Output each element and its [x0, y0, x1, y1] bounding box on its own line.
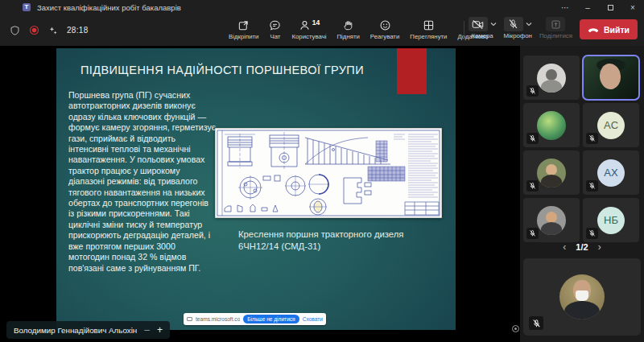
participants-count-badge: 14	[312, 19, 320, 27]
unpin-icon	[237, 19, 250, 31]
share-label: Поділитися	[539, 32, 572, 39]
participant-tile[interactable]	[523, 103, 580, 147]
mic-chevron-down-icon[interactable]	[526, 22, 532, 27]
shared-screen-stage: ПІДВИЩЕННЯ НАДІЙНОСТІ ПОРШНЕВОЇ ГРУПИ По…	[0, 46, 520, 342]
participants-button[interactable]: 14 Користувачі	[291, 18, 326, 40]
participant-tile[interactable]	[523, 198, 580, 242]
mic-muted-badge	[526, 85, 539, 97]
mic-label: Мікрофон	[504, 32, 532, 39]
avatar	[537, 159, 566, 187]
mic-toggle[interactable]	[504, 17, 523, 31]
zoom-out-button[interactable]: –	[144, 324, 150, 336]
mic-muted-badge	[586, 180, 598, 192]
toolbar-center-buttons: Відкріпити Чат 14 Користувачі Підняти Ре…	[229, 18, 489, 40]
screen-share-banner: teams.microsoft.com має доступ до вашого…	[184, 313, 326, 325]
avatar	[537, 206, 566, 235]
page-indicator: 1/2	[576, 242, 588, 252]
raise-hand-label: Підняти	[337, 33, 360, 40]
camera-button[interactable]: Камера	[469, 17, 497, 39]
initials-avatar: AC	[597, 112, 625, 139]
camera-label: Камера	[471, 32, 493, 39]
leave-button[interactable]: Вийти	[580, 19, 638, 39]
mic-off-icon	[588, 229, 596, 237]
active-speaker-tile[interactable]	[583, 56, 639, 100]
hide-banner-link[interactable]: Сховати	[303, 316, 323, 322]
raise-hand-icon	[342, 19, 354, 31]
window-close-button[interactable]: ×	[621, 0, 644, 14]
window-controls: ⋯ – ×	[554, 0, 644, 14]
toolbar-device-cluster: Камера Мікрофон Поділитися Вийти	[469, 17, 638, 39]
mic-off-icon	[508, 19, 518, 30]
view-button[interactable]: Переглянути	[410, 18, 447, 40]
meeting-status-cluster: 28:18	[10, 14, 89, 46]
mic-muted-badge	[586, 228, 598, 239]
slide-caption: Креслення поршня тракторного дизеля 6ЧН1…	[238, 229, 440, 253]
mic-off-icon	[588, 134, 596, 142]
recording-icon	[29, 25, 39, 35]
participant-tile[interactable]	[523, 56, 580, 100]
mic-muted-badge	[526, 228, 539, 239]
participant-tile[interactable]	[523, 150, 580, 195]
raise-hand-button[interactable]: Підняти	[337, 18, 360, 40]
avatar	[537, 64, 566, 93]
presentation-slide: ПІДВИЩЕННЯ НАДІЙНОСТІ ПОРШНЕВОЇ ГРУПИ По…	[56, 48, 456, 330]
self-video-tile[interactable]	[523, 258, 641, 336]
unpin-button[interactable]: Відкріпити	[229, 18, 258, 40]
presenter-pill: Володимир Геннадійович Альохін – +	[6, 321, 170, 339]
window-minimize-button[interactable]: –	[576, 0, 599, 14]
camera-chevron-down-icon[interactable]	[490, 22, 497, 27]
react-button[interactable]: Реагувати	[370, 18, 399, 40]
participants-sidebar: AC AX НБ ‹ 1/2 ›	[520, 46, 644, 342]
people-icon	[299, 19, 311, 31]
unpin-label: Відкріпити	[229, 33, 258, 40]
mic-button[interactable]: Мікрофон	[504, 17, 532, 39]
share-screen-icon	[551, 19, 561, 30]
window-more-button[interactable]: ⋯	[554, 0, 576, 14]
participant-tile[interactable]: AX	[583, 150, 639, 195]
chat-icon	[269, 19, 281, 31]
stop-sharing-button[interactable]: Більше не ділитися	[243, 315, 299, 323]
page-next-button[interactable]: ›	[598, 241, 601, 253]
initials-avatar: AX	[597, 159, 625, 187]
page-prev-button[interactable]: ‹	[563, 241, 566, 253]
monitor-icon	[187, 317, 192, 321]
slide-body-text: Поршнева група (ПГ) сучасних автотрактор…	[68, 90, 217, 274]
toolbar-separator	[464, 21, 464, 40]
mic-muted-badge	[526, 180, 539, 192]
mic-off-icon	[529, 182, 536, 190]
slide-title: ПІДВИЩЕННЯ НАДІЙНОСТІ ПОРШНЕВОЇ ГРУПИ	[80, 64, 419, 76]
share-banner-text: teams.microsoft.com має доступ до вашого…	[196, 316, 240, 322]
self-avatar	[559, 274, 605, 319]
avatar	[537, 111, 566, 140]
shield-icon	[10, 25, 20, 36]
initials-avatar: НБ	[597, 207, 625, 234]
presenter-name: Володимир Геннадійович Альохін	[14, 326, 137, 335]
zoom-in-button[interactable]: +	[157, 324, 163, 336]
screen-control-icon[interactable]	[512, 325, 519, 332]
chat-button[interactable]: Чат	[269, 18, 281, 40]
sparkle-icon	[48, 26, 58, 35]
participants-label: Користувачі	[291, 33, 326, 40]
participant-tile[interactable]: НБ	[583, 198, 639, 242]
smiley-icon	[379, 19, 391, 31]
hangup-icon	[588, 26, 599, 33]
camera-toggle[interactable]	[469, 17, 488, 31]
mic-off-icon	[529, 87, 536, 95]
mic-off-icon	[532, 319, 541, 328]
participant-tile[interactable]: AC	[583, 103, 639, 147]
view-label: Переглянути	[410, 33, 447, 40]
meeting-timer: 28:18	[67, 26, 89, 35]
mic-muted-badge	[526, 133, 539, 144]
maximize-icon	[608, 5, 613, 10]
window-titlebar: Захист кваліфікаційних робіт бакалаврів …	[0, 0, 644, 14]
teams-logo-icon	[23, 3, 31, 11]
mic-off-icon	[529, 134, 536, 142]
share-toggle	[546, 17, 565, 31]
mic-muted-badge	[586, 133, 598, 144]
mic-muted-badge	[529, 316, 543, 330]
chat-label: Чат	[270, 33, 281, 40]
mic-off-icon	[588, 182, 596, 190]
meeting-toolbar: 28:18 Відкріпити Чат 14 Користувачі Підн…	[0, 14, 644, 46]
leave-label: Вийти	[604, 25, 630, 35]
window-maximize-button[interactable]	[599, 0, 621, 14]
